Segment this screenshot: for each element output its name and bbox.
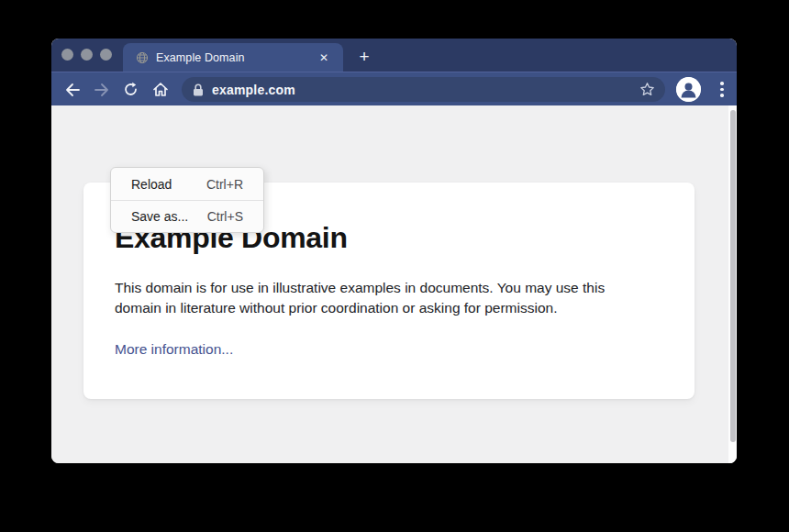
context-menu: Reload Ctrl+R Save as... Ctrl+S <box>110 167 264 233</box>
context-menu-item-reload[interactable]: Reload Ctrl+R <box>111 168 263 200</box>
title-bar: Example Domain ✕ + <box>51 39 737 72</box>
tab-title: Example Domain <box>156 51 316 64</box>
address-bar[interactable]: example.com <box>182 77 665 102</box>
new-tab-icon[interactable]: + <box>354 47 374 67</box>
page-paragraph: This domain is for use in illustrative e… <box>115 278 652 319</box>
window-minimize-button[interactable] <box>81 49 93 61</box>
lock-icon[interactable] <box>193 83 204 96</box>
tab-close-icon[interactable]: ✕ <box>316 50 332 66</box>
more-information-link[interactable]: More information... <box>115 341 233 358</box>
back-icon[interactable] <box>60 77 84 102</box>
window-zoom-button[interactable] <box>100 49 112 61</box>
menu-item-label: Reload <box>131 177 172 192</box>
browser-window: Example Domain ✕ + <box>51 39 737 463</box>
globe-favicon-icon <box>136 51 149 64</box>
window-close-button[interactable] <box>61 49 73 61</box>
vertical-scrollbar[interactable] <box>728 105 737 463</box>
bookmark-star-icon[interactable] <box>639 82 655 97</box>
browser-menu-icon[interactable] <box>713 77 731 102</box>
menu-item-shortcut: Ctrl+R <box>206 177 243 192</box>
context-menu-item-save-as[interactable]: Save as... Ctrl+S <box>111 200 263 232</box>
profile-avatar-icon[interactable] <box>676 77 701 102</box>
home-icon[interactable] <box>148 77 172 102</box>
menu-item-label: Save as... <box>131 209 188 224</box>
reload-icon[interactable] <box>118 77 143 102</box>
url-text[interactable]: example.com <box>212 83 639 97</box>
forward-icon[interactable] <box>89 77 114 102</box>
menu-item-shortcut: Ctrl+S <box>207 209 243 224</box>
window-controls <box>61 49 112 61</box>
browser-toolbar: example.com <box>51 72 737 105</box>
desktop-background: Example Domain ✕ + <box>0 0 789 532</box>
scrollbar-thumb[interactable] <box>730 110 736 442</box>
tab-example-domain[interactable]: Example Domain ✕ <box>123 43 343 72</box>
page-viewport: Example Domain This domain is for use in… <box>51 105 737 463</box>
